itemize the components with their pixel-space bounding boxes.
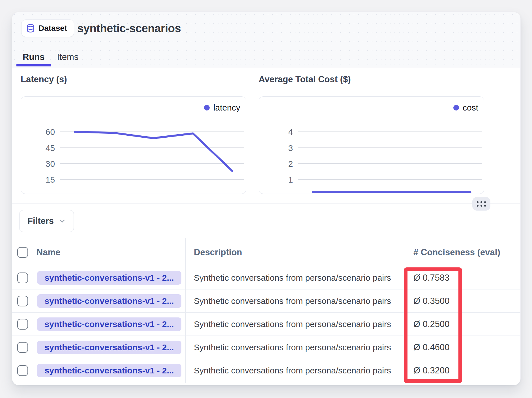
run-description: Synthetic conversations from persona/sce… bbox=[194, 289, 391, 313]
page-title: synthetic-scenarios bbox=[77, 20, 181, 37]
svg-text:60: 60 bbox=[46, 127, 55, 137]
row-checkbox[interactable] bbox=[17, 365, 28, 376]
table-body: synthetic-conversations-v1 - 2... Synthe… bbox=[12, 266, 520, 382]
row-checkbox[interactable] bbox=[17, 296, 28, 306]
charts-section: Latency (s) Average Total Cost ($) 60453… bbox=[12, 68, 520, 204]
svg-text:2: 2 bbox=[288, 159, 293, 168]
svg-text:45: 45 bbox=[46, 143, 55, 153]
legend-label: latency bbox=[213, 103, 240, 113]
dataset-card: Dataset synthetic-scenarios Runs Items L… bbox=[12, 12, 521, 385]
svg-text:15: 15 bbox=[46, 175, 55, 184]
tab-bar: Runs Items bbox=[16, 51, 85, 68]
run-conciseness-value: Ø 0.4600 bbox=[413, 336, 450, 359]
run-description: Synthetic conversations from persona/sce… bbox=[194, 266, 391, 289]
select-all-checkbox[interactable] bbox=[17, 247, 28, 258]
row-checkbox[interactable] bbox=[17, 342, 28, 353]
run-name-link[interactable]: synthetic-conversations-v1 - 2... bbox=[37, 317, 181, 331]
tab-runs[interactable]: Runs bbox=[16, 51, 51, 68]
latency-chart-title: Latency (s) bbox=[21, 74, 67, 85]
run-conciseness-value: Ø 0.2500 bbox=[413, 313, 450, 336]
column-header-conciseness: # Conciseness (eval) bbox=[413, 238, 500, 266]
row-checkbox[interactable] bbox=[17, 319, 28, 330]
grip-dots-icon bbox=[477, 201, 486, 207]
table-row: synthetic-conversations-v1 - 2... Synthe… bbox=[12, 336, 520, 359]
column-header-name: Name bbox=[37, 238, 60, 266]
legend-label: cost bbox=[463, 103, 478, 113]
cost-line-plot: 4321 bbox=[259, 97, 484, 194]
svg-text:1: 1 bbox=[288, 175, 293, 184]
dataset-badge: Dataset bbox=[21, 20, 74, 37]
cost-legend[interactable]: cost bbox=[453, 103, 478, 113]
table-row: synthetic-conversations-v1 - 2... Synthe… bbox=[12, 289, 520, 313]
resize-grip-handle[interactable] bbox=[472, 197, 490, 211]
filters-button-label: Filters bbox=[27, 216, 54, 226]
table-row: synthetic-conversations-v1 - 2... Synthe… bbox=[12, 359, 520, 382]
svg-text:3: 3 bbox=[288, 143, 293, 153]
svg-text:30: 30 bbox=[46, 159, 55, 168]
run-name-link[interactable]: synthetic-conversations-v1 - 2... bbox=[37, 364, 181, 377]
legend-dot-icon bbox=[204, 105, 210, 111]
filters-button[interactable]: Filters bbox=[19, 210, 74, 232]
run-conciseness-value: Ø 0.3200 bbox=[413, 359, 450, 382]
table-row: synthetic-conversations-v1 - 2... Synthe… bbox=[12, 313, 520, 336]
cost-chart-title: Average Total Cost ($) bbox=[259, 74, 351, 85]
database-icon bbox=[26, 24, 35, 33]
run-conciseness-value: Ø 0.3500 bbox=[413, 289, 450, 313]
filters-section: Filters bbox=[12, 204, 520, 238]
run-conciseness-value: Ø 0.7583 bbox=[413, 266, 450, 289]
latency-chart: 60453015 latency bbox=[21, 96, 246, 194]
run-description: Synthetic conversations from persona/sce… bbox=[194, 359, 391, 382]
table-row: synthetic-conversations-v1 - 2... Synthe… bbox=[12, 266, 520, 289]
chevron-down-icon bbox=[58, 217, 66, 225]
page: { "header": { "badge": { "label": "Datas… bbox=[0, 0, 532, 398]
run-name-link[interactable]: synthetic-conversations-v1 - 2... bbox=[37, 294, 181, 308]
row-checkbox[interactable] bbox=[17, 272, 28, 283]
tab-items[interactable]: Items bbox=[51, 51, 85, 68]
badge-label: Dataset bbox=[38, 24, 67, 33]
cost-chart: 4321 cost bbox=[259, 96, 484, 194]
table-header-row: Name Description # Conciseness (eval) bbox=[12, 238, 520, 266]
svg-text:4: 4 bbox=[288, 127, 293, 137]
run-description: Synthetic conversations from persona/sce… bbox=[194, 336, 391, 359]
run-name-link[interactable]: synthetic-conversations-v1 - 2... bbox=[37, 341, 181, 354]
runs-table: Name Description # Conciseness (eval) sy… bbox=[12, 238, 520, 385]
run-description: Synthetic conversations from persona/sce… bbox=[194, 313, 391, 336]
run-name-link[interactable]: synthetic-conversations-v1 - 2... bbox=[37, 271, 181, 285]
latency-legend[interactable]: latency bbox=[204, 103, 240, 113]
legend-dot-icon bbox=[453, 105, 459, 111]
column-header-description: Description bbox=[194, 238, 242, 266]
page-header: Dataset synthetic-scenarios Runs Items bbox=[12, 12, 520, 68]
